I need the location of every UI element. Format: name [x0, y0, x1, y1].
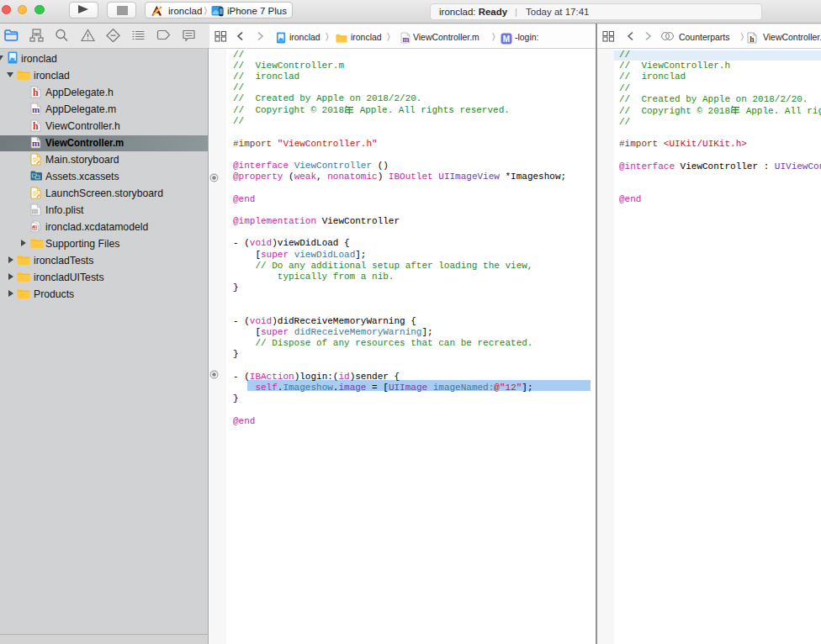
svg-text:h: h — [33, 87, 39, 98]
svg-text:m: m — [31, 103, 39, 113]
svg-text:h: h — [749, 35, 755, 44]
svg-text:m: m — [31, 137, 39, 147]
svg-text:M: M — [503, 34, 510, 43]
svg-text:h: h — [33, 120, 39, 132]
svg-text:m: m — [402, 35, 409, 44]
